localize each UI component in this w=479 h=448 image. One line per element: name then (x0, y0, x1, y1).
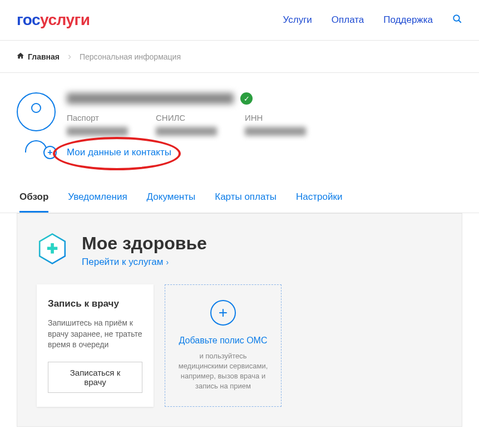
search-icon[interactable] (452, 14, 462, 27)
add-icon: + (210, 300, 236, 326)
content-area: ✚ Мое здоровье Перейти к услугам › Запис… (17, 213, 462, 427)
logo-gos: гос (17, 11, 40, 28)
logo-uslugi: услуги (40, 11, 90, 28)
health-title: Мое здоровье (82, 233, 207, 254)
avatar[interactable]: + (17, 92, 56, 158)
breadcrumb-home[interactable]: Главная (17, 52, 60, 61)
nav-payment[interactable]: Оплата (332, 14, 364, 26)
inn-value-blurred (245, 127, 306, 136)
nav-right: Услуги Оплата Поддержка (283, 14, 462, 27)
oms-card-title: Добавьте полис ОМС (179, 336, 268, 346)
health-icon: ✚ (37, 233, 68, 264)
tab-notifications[interactable]: Уведомления (68, 183, 127, 213)
logo[interactable]: госуслуги (17, 11, 90, 29)
health-header: ✚ Мое здоровье Перейти к услугам › (37, 233, 442, 268)
chevron-right-icon: › (68, 51, 71, 62)
documents-row: Паспорт СНИЛС ИНН (67, 113, 462, 136)
health-services-link[interactable]: Перейти к услугам › (82, 257, 169, 268)
tab-settings[interactable]: Настройки (296, 183, 342, 213)
chevron-right-icon: › (166, 258, 169, 267)
svg-point-0 (453, 15, 460, 21)
medical-cross-icon: ✚ (47, 241, 58, 257)
cards-row: Запись к врачу Запишитесь на приём к вра… (37, 284, 442, 407)
tab-documents[interactable]: Документы (147, 183, 196, 213)
health-services-label: Перейти к услугам (82, 257, 163, 268)
doctor-appointment-card: Запись к врачу Запишитесь на приём к вра… (37, 284, 154, 407)
header: госуслуги Услуги Оплата Поддержка (0, 0, 479, 41)
breadcrumb: Главная › Персональная информация (0, 41, 479, 73)
passport-item: Паспорт (67, 113, 128, 136)
tabs: Обзор Уведомления Документы Карты оплаты… (0, 183, 479, 213)
avatar-add-icon[interactable]: + (43, 146, 57, 159)
nav-support[interactable]: Поддержка (383, 14, 433, 26)
snils-label: СНИЛС (156, 113, 217, 122)
nav-services[interactable]: Услуги (283, 14, 312, 26)
inn-item: ИНН (245, 113, 306, 136)
profile-name-blurred (67, 93, 234, 104)
breadcrumb-current: Персональная информация (80, 52, 181, 61)
passport-label: Паспорт (67, 113, 128, 122)
tab-overview[interactable]: Обзор (19, 183, 48, 213)
passport-value-blurred (67, 127, 128, 136)
health-title-block: Мое здоровье Перейти к услугам › (82, 233, 207, 268)
verified-icon: ✓ (240, 92, 253, 105)
svg-line-1 (458, 20, 461, 23)
doctor-card-title: Запись к врачу (48, 298, 142, 309)
my-data-wrap: Мои данные и контакты (67, 147, 171, 158)
snils-value-blurred (156, 127, 217, 136)
inn-label: ИНН (245, 113, 306, 122)
home-icon (17, 52, 24, 61)
tab-payment-cards[interactable]: Карты оплаты (215, 183, 276, 213)
my-data-link[interactable]: Мои данные и контакты (67, 147, 171, 157)
add-oms-card[interactable]: + Добавьте полис ОМС и пользуйтесь медиц… (165, 284, 282, 407)
avatar-circle (17, 92, 56, 131)
breadcrumb-home-label: Главная (28, 52, 60, 61)
book-doctor-button[interactable]: Записаться к врачу (48, 362, 142, 393)
profile-info: ✓ Паспорт СНИЛС ИНН Мои данные и контакт… (67, 92, 462, 158)
profile-name-row: ✓ (67, 92, 462, 105)
oms-card-desc: и пользуйтесь медицинскими сервисами, на… (176, 351, 270, 392)
profile-section: + ✓ Паспорт СНИЛС ИНН Мои данные и конта… (0, 73, 479, 169)
snils-item: СНИЛС (156, 113, 217, 136)
doctor-card-desc: Запишитесь на приём к врачу заранее, не … (48, 318, 142, 351)
